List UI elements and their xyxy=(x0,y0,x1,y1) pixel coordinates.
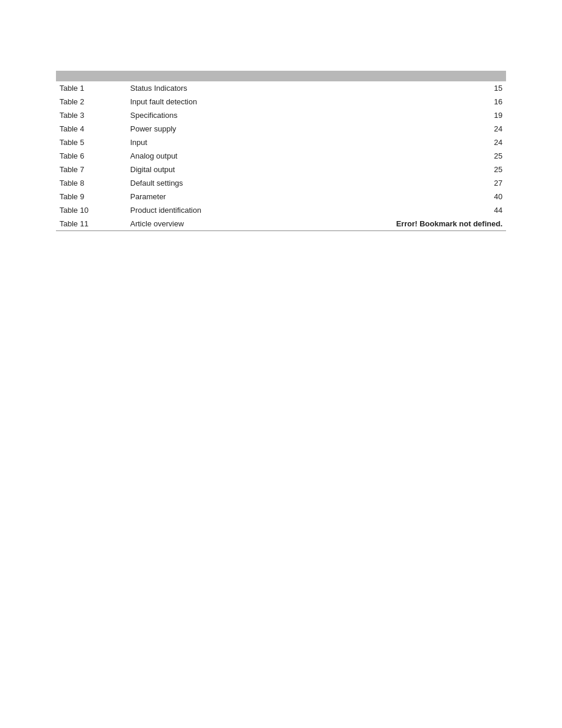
toc-row-label: Table 10 xyxy=(56,203,127,217)
toc-row-label: Table 7 xyxy=(56,163,127,176)
toc-row-page: 24 xyxy=(392,136,506,149)
toc-row-description: Specifications xyxy=(127,108,392,122)
toc-footer-cell xyxy=(56,231,506,235)
page: Table 1Status Indicators15Table 2Input f… xyxy=(0,0,562,728)
toc-row-description: Digital output xyxy=(127,163,392,176)
toc-row-description: Parameter xyxy=(127,190,392,203)
table-row: Table 6Analog output25 xyxy=(56,149,506,163)
toc-row-page: Error! Bookmark not defined. xyxy=(392,217,506,231)
toc-row-label: Table 8 xyxy=(56,176,127,190)
toc-row-description: Article overview xyxy=(127,217,392,231)
toc-row-label: Table 11 xyxy=(56,217,127,231)
table-row: Table 4Power supply24 xyxy=(56,122,506,136)
toc-row-page: 27 xyxy=(392,176,506,190)
toc-header-cell xyxy=(56,71,506,81)
table-row: Table 5Input24 xyxy=(56,136,506,149)
toc-row-page: 40 xyxy=(392,190,506,203)
toc-row-description: Power supply xyxy=(127,122,392,136)
toc-row-page: 19 xyxy=(392,108,506,122)
toc-row-description: Input fault detection xyxy=(127,95,392,108)
table-row: Table 8Default settings27 xyxy=(56,176,506,190)
toc-row-label: Table 5 xyxy=(56,136,127,149)
table-row: Table 1Status Indicators15 xyxy=(56,81,506,95)
toc-row-label: Table 3 xyxy=(56,108,127,122)
table-row: Table 11Article overviewError! Bookmark … xyxy=(56,217,506,231)
table-row: Table 7Digital output25 xyxy=(56,163,506,176)
table-row: Table 3Specifications19 xyxy=(56,108,506,122)
table-row: Table 9Parameter40 xyxy=(56,190,506,203)
toc-row-page: 44 xyxy=(392,203,506,217)
toc-row-description: Status Indicators xyxy=(127,81,392,95)
toc-row-description: Product identification xyxy=(127,203,392,217)
toc-row-label: Table 9 xyxy=(56,190,127,203)
toc-row-description: Analog output xyxy=(127,149,392,163)
toc-row-page: 24 xyxy=(392,122,506,136)
toc-row-label: Table 6 xyxy=(56,149,127,163)
toc-table: Table 1Status Indicators15Table 2Input f… xyxy=(56,71,506,235)
toc-row-description: Default settings xyxy=(127,176,392,190)
toc-row-page: 15 xyxy=(392,81,506,95)
table-row: Table 10Product identification44 xyxy=(56,203,506,217)
toc-footer-row xyxy=(56,231,506,235)
toc-row-label: Table 4 xyxy=(56,122,127,136)
toc-row-page: 16 xyxy=(392,95,506,108)
toc-row-label: Table 1 xyxy=(56,81,127,95)
table-row: Table 2Input fault detection16 xyxy=(56,95,506,108)
toc-row-page: 25 xyxy=(392,163,506,176)
content-area: Table 1Status Indicators15Table 2Input f… xyxy=(0,0,562,270)
toc-row-label: Table 2 xyxy=(56,95,127,108)
toc-row-page: 25 xyxy=(392,149,506,163)
toc-header-row xyxy=(56,71,506,81)
toc-row-description: Input xyxy=(127,136,392,149)
